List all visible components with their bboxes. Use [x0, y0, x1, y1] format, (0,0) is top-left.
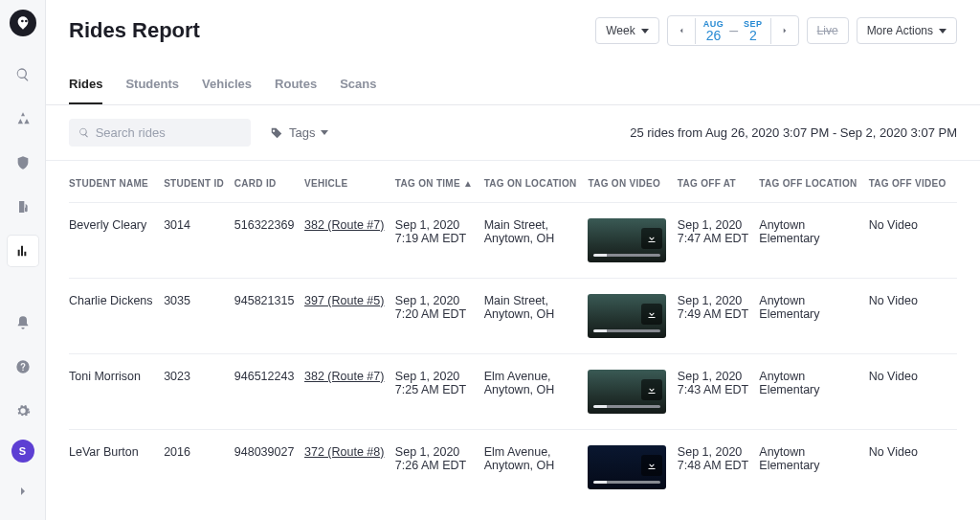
results-summary: 25 rides from Aug 26, 2020 3:07 PM - Sep…: [630, 125, 957, 140]
tags-filter[interactable]: Tags: [270, 125, 328, 140]
chevron-down-icon: [321, 130, 328, 135]
table-row: LeVar Burton 2016 948039027 372 (Route #…: [69, 430, 957, 506]
cell-student-id: 3023: [164, 354, 234, 430]
date-navigator: AUG 26 – SEP 2: [667, 15, 799, 46]
cell-tag-off-video: No Video: [869, 354, 957, 430]
search-input[interactable]: [69, 119, 251, 147]
cell-tag-off-location: AnytownElementary: [759, 430, 868, 506]
sort-asc-icon: ▲: [463, 178, 473, 189]
cell-student-id: 3035: [164, 279, 234, 354]
next-date-button[interactable]: [771, 16, 798, 45]
tab-scans[interactable]: Scans: [340, 67, 376, 104]
cell-vehicle[interactable]: 372 (Route #8): [304, 430, 395, 506]
live-button[interactable]: Live: [807, 17, 849, 44]
cell-tag-on-location: Elm Avenue,Anytown, OH: [484, 354, 589, 430]
cell-card-id: 946512243: [234, 354, 304, 430]
chevron-down-icon: [641, 29, 649, 34]
video-thumbnail[interactable]: [588, 370, 666, 414]
col-tag-on-location[interactable]: TAG ON LOCATION: [484, 161, 589, 203]
cell-card-id: 945821315: [234, 279, 304, 354]
cell-tag-on-location: Main Street,Anytown, OH: [484, 203, 589, 279]
download-icon[interactable]: [641, 304, 662, 325]
help-icon[interactable]: [8, 351, 38, 382]
cell-tag-on-time: Sep 1, 20207:25 AM EDT: [395, 354, 484, 430]
download-icon[interactable]: [641, 228, 662, 249]
cell-student-id: 2016: [164, 430, 234, 506]
reports-icon[interactable]: [8, 236, 38, 266]
video-thumbnail[interactable]: [588, 445, 666, 489]
cell-tag-off-at: Sep 1, 20207:43 AM EDT: [678, 354, 759, 430]
collapse-icon[interactable]: [8, 476, 38, 507]
cell-tag-on-video[interactable]: [588, 354, 677, 430]
table-row: Charlie Dickens 3035 945821315 397 (Rout…: [69, 279, 957, 354]
rides-table: STUDENT NAME STUDENT ID CARD ID VEHICLE …: [69, 161, 957, 505]
dispatch-icon[interactable]: [8, 103, 38, 134]
cell-tag-off-location: AnytownElementary: [759, 354, 868, 430]
cell-student-name: Charlie Dickens: [69, 279, 164, 354]
cell-student-name: LeVar Burton: [69, 430, 164, 506]
table-row: Toni Morrison 3023 946512243 382 (Route …: [69, 354, 957, 430]
cell-tag-on-location: Elm Avenue,Anytown, OH: [484, 430, 589, 506]
cell-tag-on-time: Sep 1, 20207:26 AM EDT: [395, 430, 484, 506]
tab-vehicles[interactable]: Vehicles: [202, 67, 252, 104]
chevron-down-icon: [939, 29, 947, 34]
date-range-display[interactable]: AUG 26 – SEP 2: [695, 18, 771, 44]
cell-tag-on-video[interactable]: [588, 203, 677, 279]
alerts-icon[interactable]: [8, 307, 38, 338]
safety-icon[interactable]: [8, 147, 38, 178]
search-icon: [78, 126, 90, 139]
cell-vehicle[interactable]: 397 (Route #5): [304, 279, 395, 354]
cell-tag-on-time: Sep 1, 20207:19 AM EDT: [395, 203, 484, 279]
cell-tag-off-location: AnytownElementary: [759, 279, 868, 354]
settings-icon[interactable]: [8, 396, 38, 426]
col-card-id[interactable]: CARD ID: [234, 161, 304, 203]
col-tag-off-video[interactable]: TAG OFF VIDEO: [869, 161, 957, 203]
user-avatar[interactable]: S: [11, 440, 34, 463]
cell-tag-off-location: AnytownElementary: [759, 203, 868, 279]
video-thumbnail[interactable]: [588, 294, 666, 338]
cell-student-name: Toni Morrison: [69, 354, 164, 430]
tab-rides[interactable]: Rides: [69, 67, 102, 104]
tab-students[interactable]: Students: [125, 67, 179, 104]
tag-icon: [270, 126, 283, 140]
app-logo[interactable]: [10, 10, 36, 36]
col-tag-off-at[interactable]: TAG OFF AT: [678, 161, 759, 203]
cell-student-id: 3014: [164, 203, 234, 279]
cell-tag-on-video[interactable]: [588, 279, 677, 354]
cell-card-id: 516322369: [234, 203, 304, 279]
cell-tag-off-at: Sep 1, 20207:47 AM EDT: [678, 203, 759, 279]
col-vehicle[interactable]: VEHICLE: [304, 161, 395, 203]
cell-vehicle[interactable]: 382 (Route #7): [304, 203, 395, 279]
cell-card-id: 948039027: [234, 430, 304, 506]
cell-vehicle[interactable]: 382 (Route #7): [304, 354, 395, 430]
tab-routes[interactable]: Routes: [275, 67, 317, 104]
tab-bar: Rides Students Vehicles Routes Scans: [46, 67, 980, 105]
cell-tag-on-time: Sep 1, 20207:20 AM EDT: [395, 279, 484, 354]
more-actions-dropdown[interactable]: More Actions: [857, 17, 957, 44]
search-field[interactable]: [96, 125, 241, 140]
search-icon[interactable]: [8, 59, 38, 90]
cell-tag-off-video: No Video: [869, 430, 957, 506]
col-tag-off-location[interactable]: TAG OFF LOCATION: [759, 161, 868, 203]
table-row: Beverly Cleary 3014 516322369 382 (Route…: [69, 203, 957, 279]
sidebar: S: [0, 0, 46, 520]
cell-tag-on-location: Main Street,Anytown, OH: [484, 279, 589, 354]
week-dropdown[interactable]: Week: [595, 17, 658, 44]
video-thumbnail[interactable]: [588, 218, 666, 262]
page-title: Rides Report: [69, 18, 200, 43]
download-icon[interactable]: [641, 379, 662, 400]
cell-tag-off-video: No Video: [869, 203, 957, 279]
fuel-icon[interactable]: [8, 192, 38, 222]
cell-tag-off-video: No Video: [869, 279, 957, 354]
prev-date-button[interactable]: [668, 16, 695, 45]
col-tag-on-video[interactable]: TAG ON VIDEO: [588, 161, 677, 203]
main-content: Rides Report Week AUG 26 – SEP: [46, 0, 980, 520]
cell-student-name: Beverly Cleary: [69, 203, 164, 279]
download-icon[interactable]: [641, 455, 662, 476]
col-student-name[interactable]: STUDENT NAME: [69, 161, 164, 203]
col-tag-on-time[interactable]: TAG ON TIME ▲: [395, 161, 484, 203]
cell-tag-off-at: Sep 1, 20207:49 AM EDT: [678, 279, 759, 354]
cell-tag-on-video[interactable]: [588, 430, 677, 506]
col-student-id[interactable]: STUDENT ID: [164, 161, 234, 203]
cell-tag-off-at: Sep 1, 20207:48 AM EDT: [678, 430, 759, 506]
